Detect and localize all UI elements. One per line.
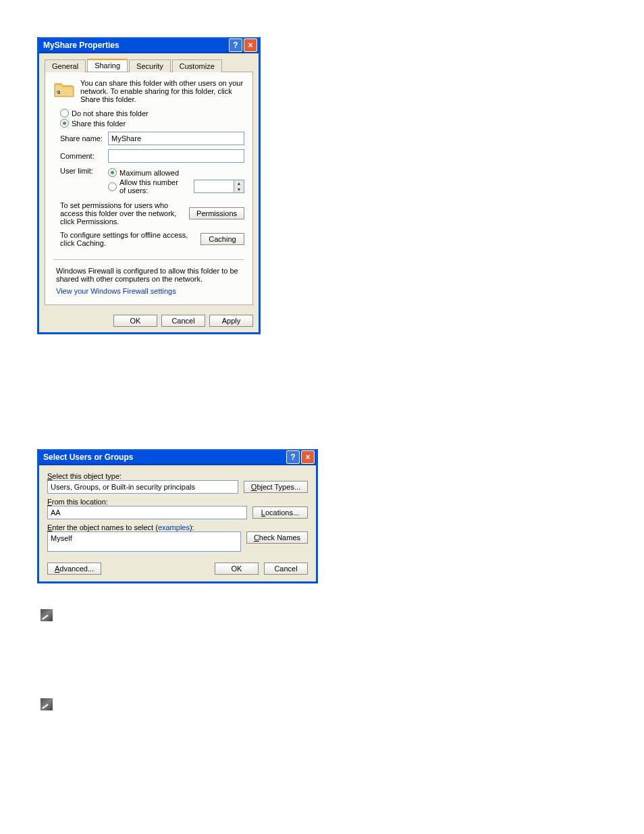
divider bbox=[53, 259, 244, 260]
radio-icon bbox=[60, 109, 69, 118]
close-icon[interactable]: × bbox=[244, 38, 257, 52]
tab-sharing[interactable]: Sharing bbox=[87, 59, 128, 72]
dialog-body: SSelect this object type:elect this obje… bbox=[39, 465, 316, 581]
permissions-text: To set permissions for users who access … bbox=[60, 201, 184, 226]
advanced-button[interactable]: Advanced... bbox=[47, 563, 101, 575]
examples-link[interactable]: examples bbox=[158, 523, 190, 531]
radio-label: Do not share this folder bbox=[72, 109, 149, 118]
window-title: Select Users or Groups bbox=[43, 452, 285, 462]
radio-share-folder[interactable]: Share this folder bbox=[60, 119, 244, 128]
location-field bbox=[47, 506, 247, 519]
tab-general[interactable]: General bbox=[45, 59, 86, 72]
locations-button[interactable]: Locations... bbox=[252, 506, 308, 519]
object-names-input[interactable]: Myself bbox=[47, 531, 241, 552]
window-title: MyShare Properties bbox=[43, 41, 227, 50]
intro-text: You can share this folder with other use… bbox=[80, 79, 244, 103]
note-icon bbox=[41, 698, 53, 710]
note-icon bbox=[41, 609, 53, 621]
myshare-properties-dialog: MyShare Properties ? × General Sharing S… bbox=[37, 37, 261, 334]
caching-button[interactable]: Caching bbox=[200, 233, 244, 245]
tab-body: You can share this folder with other use… bbox=[45, 72, 253, 305]
firewall-text: Windows Firewall is configured to allow … bbox=[56, 267, 244, 283]
apply-button[interactable]: Apply bbox=[209, 315, 253, 327]
firewall-settings-link[interactable]: View your Windows Firewall settings bbox=[56, 287, 244, 295]
user-limit-label: User limit: bbox=[60, 167, 104, 175]
radio-label: Share this folder bbox=[72, 120, 126, 128]
object-type-field bbox=[47, 480, 238, 494]
comment-input[interactable] bbox=[108, 149, 244, 163]
cancel-button[interactable]: Cancel bbox=[161, 315, 205, 327]
object-type-label: SSelect this object type:elect this obje… bbox=[47, 472, 308, 480]
radio-allow-number[interactable]: Allow this number of users: ▲▼ bbox=[108, 178, 244, 194]
user-count-input[interactable] bbox=[194, 180, 234, 193]
radio-max-allowed[interactable]: Maximum allowed bbox=[108, 168, 244, 177]
cancel-button[interactable]: Cancel bbox=[264, 563, 308, 575]
titlebar[interactable]: Select Users or Groups ? × bbox=[39, 449, 316, 465]
radio-icon bbox=[108, 182, 117, 191]
radio-do-not-share[interactable]: Do not share this folder bbox=[60, 109, 244, 118]
help-icon[interactable]: ? bbox=[229, 38, 242, 52]
close-icon[interactable]: × bbox=[301, 450, 315, 464]
share-name-label: Share name: bbox=[60, 134, 104, 142]
object-types-button[interactable]: Object Types... bbox=[244, 481, 308, 493]
ok-button[interactable]: OK bbox=[215, 563, 259, 575]
dialog-button-row: OK Cancel Apply bbox=[39, 311, 259, 332]
object-names-label: Enter the object names to select (exampl… bbox=[47, 523, 308, 531]
spinner-buttons[interactable]: ▲▼ bbox=[234, 180, 244, 193]
comment-label: Comment: bbox=[60, 152, 104, 160]
location-label: From this location: bbox=[47, 498, 308, 506]
tabstrip: General Sharing Security Customize bbox=[45, 59, 253, 72]
radio-icon bbox=[60, 119, 69, 128]
ok-button[interactable]: OK bbox=[113, 315, 157, 327]
help-icon[interactable]: ? bbox=[286, 450, 300, 464]
radio-label: Maximum allowed bbox=[119, 169, 179, 177]
tab-security[interactable]: Security bbox=[129, 59, 171, 72]
radio-icon bbox=[108, 168, 117, 177]
radio-label: Allow this number of users: bbox=[119, 178, 186, 194]
caching-text: To configure settings for offline access… bbox=[60, 231, 195, 247]
folder-share-icon bbox=[53, 79, 75, 101]
select-users-groups-dialog: Select Users or Groups ? × SSelect this … bbox=[37, 449, 318, 583]
titlebar[interactable]: MyShare Properties ? × bbox=[39, 37, 259, 53]
check-names-button[interactable]: Check Names bbox=[246, 531, 308, 544]
permissions-button[interactable]: Permissions bbox=[189, 207, 244, 219]
share-name-input[interactable] bbox=[108, 132, 244, 145]
tab-customize[interactable]: Customize bbox=[172, 59, 222, 72]
